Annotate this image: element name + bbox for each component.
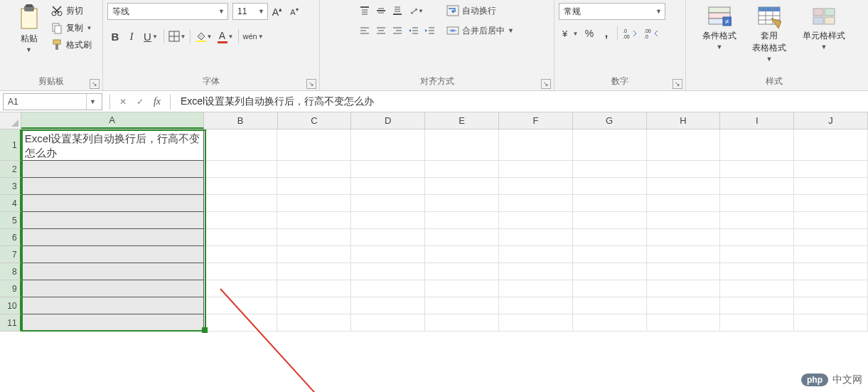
cell-I3[interactable]	[720, 178, 794, 195]
italic-button[interactable]: I	[124, 28, 139, 44]
cell-I1[interactable]	[720, 129, 794, 161]
cell-A6[interactable]	[21, 229, 204, 246]
cell-J3[interactable]	[794, 178, 868, 195]
cell-H8[interactable]	[647, 263, 721, 280]
cell-D10[interactable]	[351, 297, 425, 314]
fill-color-button[interactable]: ▼	[193, 28, 214, 44]
cell-B6[interactable]	[204, 229, 278, 246]
cell-F7[interactable]	[499, 246, 573, 263]
cell-B8[interactable]	[204, 263, 278, 280]
cell-G4[interactable]	[573, 195, 647, 212]
cell-B1[interactable]	[204, 129, 278, 161]
cell-A11[interactable]	[21, 314, 204, 332]
cell-B10[interactable]	[204, 297, 278, 314]
cell-D3[interactable]	[351, 178, 425, 195]
decrease-indent-button[interactable]	[406, 23, 422, 38]
cell-I7[interactable]	[720, 246, 794, 263]
cell-A3[interactable]	[21, 178, 204, 195]
cell-H3[interactable]	[647, 178, 721, 195]
accept-formula-button[interactable]: ✓	[132, 93, 149, 110]
cell-E5[interactable]	[425, 212, 499, 229]
cell-E7[interactable]	[425, 246, 499, 263]
percent-button[interactable]: %	[582, 26, 597, 41]
cell-H9[interactable]	[647, 280, 721, 297]
row-header-10[interactable]: 10	[0, 297, 21, 314]
row-header-1[interactable]: 1	[0, 129, 21, 161]
cell-J7[interactable]	[794, 246, 868, 263]
cell-A2[interactable]	[21, 161, 204, 178]
cell-C8[interactable]	[277, 263, 351, 280]
cell-I11[interactable]	[720, 314, 794, 332]
column-header-G[interactable]: G	[573, 112, 647, 129]
cell-F11[interactable]	[499, 314, 573, 332]
cell-E8[interactable]	[425, 263, 499, 280]
align-bottom-button[interactable]	[390, 3, 405, 18]
cell-E3[interactable]	[425, 178, 499, 195]
cell-F10[interactable]	[499, 297, 573, 314]
column-header-J[interactable]: J	[794, 112, 868, 129]
formula-input[interactable]: Excel设置某列自动换行后，行高不变怎么办	[175, 95, 868, 108]
cell-F5[interactable]	[499, 212, 573, 229]
cell-D5[interactable]	[351, 212, 425, 229]
cell-A10[interactable]	[21, 297, 204, 314]
cell-J10[interactable]	[794, 297, 868, 314]
cell-F1[interactable]	[499, 129, 573, 161]
comma-button[interactable]: ,	[599, 26, 614, 41]
cell-J11[interactable]	[794, 314, 868, 332]
name-box[interactable]: A1 ▼	[3, 93, 102, 110]
conditional-format-button[interactable]: ≠ 条件格式 ▼	[695, 3, 744, 52]
orientation-button[interactable]: ⤢▼	[406, 3, 427, 18]
underline-button[interactable]: U▼	[140, 28, 161, 44]
cell-C5[interactable]	[277, 212, 351, 229]
cell-C11[interactable]	[277, 314, 351, 332]
number-format-select[interactable]: 常规 ▼	[559, 3, 665, 20]
paste-button[interactable]: 粘贴 ▼	[11, 3, 48, 55]
cell-J5[interactable]	[794, 212, 868, 229]
number-launcher[interactable]	[673, 79, 682, 89]
column-header-A[interactable]: A	[21, 112, 204, 129]
cell-H7[interactable]	[647, 246, 721, 263]
font-launcher[interactable]	[306, 79, 316, 89]
cell-A4[interactable]	[21, 195, 204, 212]
cell-F9[interactable]	[499, 280, 573, 297]
cell-I6[interactable]	[720, 229, 794, 246]
cell-J8[interactable]	[794, 263, 868, 280]
cell-G10[interactable]	[573, 297, 647, 314]
cell-G2[interactable]	[573, 161, 647, 178]
row-header-6[interactable]: 6	[0, 229, 21, 246]
cell-C1[interactable]	[277, 129, 351, 161]
font-name-select[interactable]: 等线 ▼	[107, 3, 228, 20]
cell-G11[interactable]	[573, 314, 647, 332]
column-header-E[interactable]: E	[425, 112, 499, 129]
align-right-button[interactable]	[390, 23, 405, 38]
cell-E2[interactable]	[425, 161, 499, 178]
cell-B3[interactable]	[204, 178, 278, 195]
cell-I4[interactable]	[720, 195, 794, 212]
cell-E1[interactable]	[425, 129, 499, 161]
row-header-5[interactable]: 5	[0, 212, 21, 229]
font-color-button[interactable]: A ▼	[215, 28, 236, 44]
cell-F3[interactable]	[499, 178, 573, 195]
row-header-8[interactable]: 8	[0, 263, 21, 280]
cell-E11[interactable]	[425, 314, 499, 332]
cell-E6[interactable]	[425, 229, 499, 246]
cell-F6[interactable]	[499, 229, 573, 246]
merge-center-button[interactable]: 合并后居中 ▼	[444, 23, 517, 38]
cell-D11[interactable]	[351, 314, 425, 332]
clipboard-launcher[interactable]	[90, 79, 100, 89]
cancel-formula-button[interactable]: ✕	[114, 93, 132, 110]
cell-G6[interactable]	[573, 229, 647, 246]
cell-J2[interactable]	[794, 161, 868, 178]
bold-button[interactable]: B	[107, 28, 123, 44]
row-header-7[interactable]: 7	[0, 246, 21, 263]
cell-D2[interactable]	[351, 161, 425, 178]
cell-C7[interactable]	[277, 246, 351, 263]
increase-font-button[interactable]: A▴	[269, 4, 285, 19]
phonetic-button[interactable]: wén ▼	[241, 28, 265, 44]
cell-G3[interactable]	[573, 178, 647, 195]
cell-C6[interactable]	[277, 229, 351, 246]
cell-B11[interactable]	[204, 314, 278, 332]
column-header-I[interactable]: I	[720, 112, 794, 129]
align-middle-button[interactable]	[373, 3, 389, 18]
row-header-4[interactable]: 4	[0, 195, 21, 212]
